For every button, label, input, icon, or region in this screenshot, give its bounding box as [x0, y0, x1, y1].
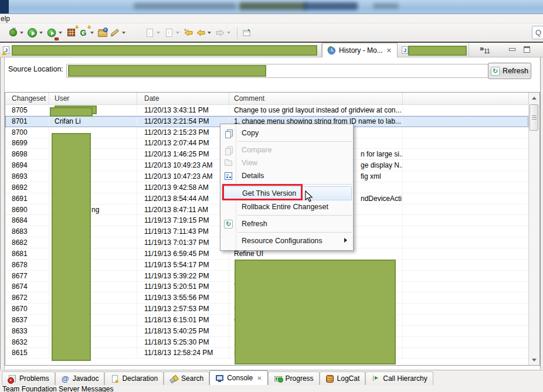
menu-item-copy[interactable]: Copy [220, 127, 353, 139]
refactor-g-icon[interactable]: G+ [77, 26, 89, 39]
cell-text: 11/20/13 1:46:25 PM [144, 150, 209, 158]
forward-icon[interactable] [214, 26, 226, 39]
run-history-icon[interactable] [46, 26, 57, 39]
mark-occurrences-icon[interactable] [109, 26, 121, 39]
window-titlebar[interactable] [0, 0, 543, 14]
tab-history[interactable]: History - Mo... ✕ [322, 43, 398, 57]
menu-item-rollback-entire-changeset[interactable]: Rollback Entire Changeset [220, 200, 353, 213]
tab-problems[interactable]: Problems [2, 371, 55, 385]
quick-access-box[interactable]: Q [532, 26, 543, 39]
column-header-user[interactable]: User [49, 93, 137, 104]
file-icon: J [402, 46, 408, 54]
tab-label: Problems [19, 374, 49, 383]
tab-javadoc[interactable]: @ Javadoc [55, 371, 105, 385]
cell-text: 11/20/13 9:42:58 AM [144, 183, 209, 192]
cell-changeset: 8699 [5, 138, 49, 149]
cell-text: 8691 [12, 195, 28, 203]
cell-filler [403, 138, 528, 149]
next-annotation-dropdown-icon[interactable] [157, 32, 160, 34]
last-edit-location-icon[interactable] [182, 26, 194, 39]
scrollbar-down-icon[interactable] [530, 355, 539, 364]
back-dropdown-icon[interactable] [208, 32, 211, 34]
tab-progress[interactable]: Progress [268, 371, 320, 385]
cell-text: 8615 [12, 349, 28, 357]
cell-text: 11/20/13 2:07:44 PM [144, 139, 209, 147]
tab-logcat[interactable]: LogCat [320, 371, 366, 385]
menu-item-label: Details [242, 172, 264, 180]
tab-declaration[interactable]: Declaration [104, 371, 164, 385]
left-panel-rail[interactable] [0, 57, 5, 369]
tab-search[interactable]: Search [164, 371, 209, 385]
maximize-view-icon[interactable] [524, 46, 530, 53]
cell-filler [403, 315, 528, 325]
cell-text: 8694 [12, 161, 28, 169]
next-annotation-icon[interactable]: ↓ [144, 26, 155, 39]
vertical-scrollbar[interactable] [528, 93, 539, 365]
status-message: Team Foundation Server Messages [2, 385, 113, 392]
history-icon [327, 46, 336, 55]
cell-date: 11/18/13 12:58:24 PM [137, 348, 229, 359]
scrollbar-up-icon[interactable] [530, 93, 539, 103]
blurred-title-text [134, 3, 236, 9]
warning-icon [2, 51, 6, 55]
tab-overflow-button[interactable]: »11 [480, 44, 490, 53]
cell-filler [403, 215, 528, 226]
debug-icon[interactable] [7, 26, 19, 39]
mouse-cursor [304, 190, 313, 203]
eclipse-window: elp + G+ ↓ ↑ Q [0, 0, 543, 392]
menu-item-label: View [242, 159, 257, 167]
menu-item-label: Resource Configurations [242, 237, 323, 245]
debug-dropdown-icon[interactable] [20, 32, 23, 34]
close-icon[interactable]: ✕ [386, 47, 392, 54]
run-history-dropdown-icon[interactable] [59, 32, 62, 34]
column-header-date[interactable]: Date [137, 93, 229, 104]
cell-changeset: 8683 [5, 226, 49, 237]
forward-dropdown-icon[interactable] [227, 32, 230, 34]
run-icon[interactable] [26, 26, 38, 39]
previous-annotation-icon[interactable]: ↑ [163, 26, 175, 39]
column-header-comment[interactable]: Comment [229, 93, 403, 104]
logcat-icon [325, 374, 334, 383]
cell-comment: Change to use grid layout instead of gri… [229, 105, 403, 115]
cell-text: 8672 [12, 294, 28, 302]
mark-occurrences-dropdown-icon[interactable] [122, 32, 125, 34]
menu-item-help-partial[interactable]: elp [1, 15, 10, 23]
cell-changeset: 8677 [5, 271, 49, 281]
cell-changeset: 8698 [5, 149, 49, 159]
cell-filler [403, 304, 528, 314]
cell-text: 11/19/13 3:55:56 PM [144, 294, 209, 302]
previous-annotation-dropdown-icon[interactable] [176, 32, 179, 34]
menu-item-compare[interactable]: Compare [220, 144, 353, 156]
menu-item-label: Compare [242, 146, 272, 154]
column-header-changeset[interactable]: Changeset [5, 93, 49, 104]
cell-changeset: 8681 [5, 248, 49, 259]
minimize-view-icon[interactable] [509, 48, 515, 51]
run-dropdown-icon[interactable] [39, 32, 43, 34]
new-grid-icon[interactable]: + [65, 26, 77, 39]
menu-separator [238, 232, 352, 233]
scrollbar-thumb[interactable] [530, 104, 538, 131]
back-icon[interactable] [195, 26, 206, 39]
tab-console[interactable]: Console ✕ [209, 370, 267, 385]
menu-item-refresh[interactable]: ↻ Refresh [220, 217, 353, 230]
refresh-button[interactable]: ↻ Refresh [488, 63, 531, 79]
cell-filler [403, 149, 528, 159]
cell-filler [403, 127, 528, 138]
tab-call-hierarchy[interactable]: Call Hierarchy [365, 371, 433, 385]
submenu-arrow-icon [344, 238, 347, 243]
open-type-icon[interactable] [97, 26, 108, 39]
cell-text: 11/19/13 6:59:45 PM [144, 250, 209, 258]
compare-icon [223, 145, 233, 155]
cell-text: 11/20/13 2:15:23 PM [144, 128, 209, 137]
close-icon[interactable]: ✕ [257, 375, 262, 381]
menu-item-resource-configurations[interactable]: Resource Configurations [220, 234, 353, 247]
pin-editor-icon[interactable] [241, 26, 253, 39]
refactor-dropdown-icon[interactable] [90, 32, 94, 34]
details-icon [223, 171, 233, 181]
menu-item-details[interactable]: Details [220, 169, 353, 182]
menu-item-view[interactable]: View [220, 156, 353, 169]
source-location-input[interactable] [66, 64, 490, 78]
cell-filler [403, 226, 528, 237]
tab-label: LogCat [337, 374, 360, 383]
cell-date: 11/20/13 2:15:23 PM [137, 127, 229, 138]
